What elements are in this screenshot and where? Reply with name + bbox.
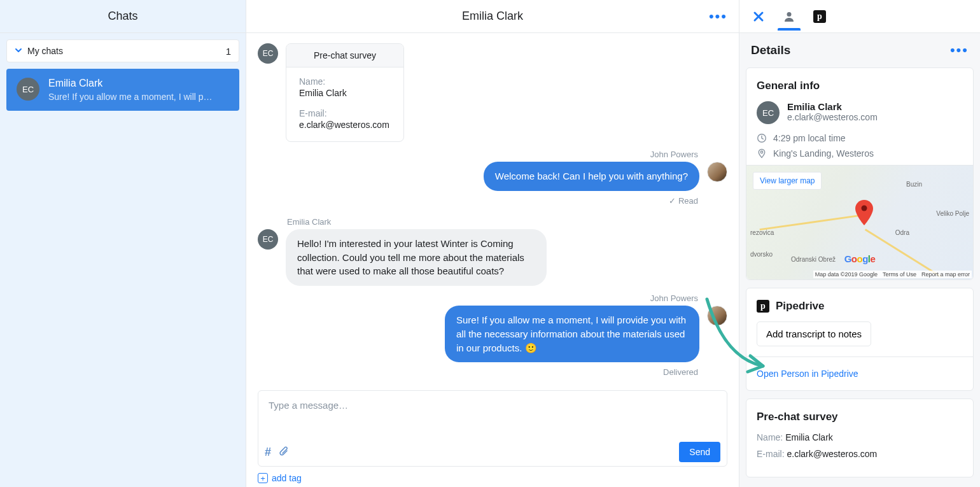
message-row-agent: Welcome back! Can I help you with anythi… [258,162,727,191]
chevron-down-icon [15,46,22,56]
check-icon: ✓ [669,196,676,206]
chat-list-item[interactable]: EC Emilia Clark Sure! If you allow me a … [6,69,239,111]
pipedrive-heading: Pipedrive [776,300,825,313]
message-sender-label: John Powers [258,150,727,162]
message-bubble: Sure! If you allow me a moment, I will p… [445,306,699,362]
clock-icon [757,133,767,143]
hash-icon[interactable]: # [265,446,271,459]
prechat-survey-heading: Pre-chat survey [757,411,963,423]
survey-email-label: E-mail: [757,449,785,459]
general-info-heading: General info [757,80,963,92]
location-value: King's Landing, Westeros [773,148,874,159]
survey-card-title: Pre-chat survey [286,44,403,67]
map[interactable]: View larger map Buzin Veliko Polje rezov… [746,165,973,279]
map-city-label: rezovica [750,229,774,236]
message-composer: # Send [258,390,727,467]
details-menu-icon[interactable]: ••• [950,42,969,59]
add-tag-label: add tag [272,473,302,483]
view-larger-map-link[interactable]: View larger map [753,172,822,190]
message-row-agent: Sure! If you allow me a moment, I will p… [258,306,727,362]
survey-email-label: E-mail: [299,108,391,118]
chats-title: Chats [108,10,137,23]
pipedrive-card: p Pipedrive Add transcript to notes Open… [746,288,974,391]
survey-email-value: e.clark@westeros.com [299,120,391,130]
contact-name: Emilia Clark [787,101,878,112]
close-icon[interactable] [748,3,769,31]
chat-item-name: Emilia Clark [48,78,214,89]
conversation-panel: Emilia Clark ••• EC Pre-chat survey Name… [246,0,739,487]
add-transcript-button[interactable]: Add transcript to notes [757,321,871,346]
map-city-label: Buzin [906,181,922,188]
message-row: EC Pre-chat survey Name: Emilia Clark E-… [258,43,727,142]
details-header: Details ••• [739,33,980,67]
message-input[interactable] [258,391,727,438]
agent-avatar [707,306,727,326]
location-row: King's Landing, Westeros [757,148,963,159]
survey-email-value: e.clark@westeros.com [787,449,877,459]
open-in-pipedrive-link[interactable]: Open Person in Pipedrive [757,369,858,379]
local-time-row: 4:29 pm local time [757,133,963,143]
prechat-survey-details-card: Pre-chat survey Name: Emilia Clark E-mai… [746,399,974,477]
message-sender-label: Emilia Clark [258,217,727,229]
details-tabs: p [739,0,980,33]
conversation-title: Emilia Clark [462,10,523,23]
map-pin-icon [855,200,873,225]
add-tag-button[interactable]: + add tag [246,469,739,487]
chats-filter-count: 1 [226,46,231,57]
map-city-label: Odra [895,229,909,236]
survey-name-value: Emilia Clark [299,88,391,98]
details-title: Details [751,43,790,57]
svg-point-3 [861,205,867,211]
agent-avatar [707,162,727,182]
survey-name-value: Emilia Clark [785,432,833,442]
chats-header: Chats [0,0,246,33]
send-button[interactable]: Send [679,442,720,462]
pipedrive-icon: p [757,300,769,313]
map-city-label: Veliko Polje [936,210,969,217]
chats-filter-label: My chats [27,46,221,56]
contact-avatar: EC [17,78,39,101]
map-city-label: Odranski Obrež [791,256,836,263]
local-time-value: 4:29 pm local time [773,133,846,143]
tab-person[interactable] [779,3,799,31]
tab-pipedrive[interactable]: p [809,3,830,31]
message-status: Delivered [258,367,727,377]
general-info-card: General info EC Emilia Clark e.clark@wes… [746,67,974,280]
chats-sidebar: Chats My chats 1 EC Emilia Clark Sure! I… [0,0,246,487]
contact-avatar: EC [258,229,278,250]
location-icon [757,148,767,159]
message-row-customer: EC Hello! I'm interested in your latest … [258,229,727,286]
svg-point-0 [787,12,792,17]
map-attribution: Map data ©2019 Google Terms of Use Repor… [813,271,972,278]
chat-item-preview: Sure! If you allow me a moment, I will p… [48,92,214,102]
conversation-header: Emilia Clark ••• [246,0,739,33]
map-city-label: dvorsko [750,251,773,258]
message-bubble: Hello! I'm interested in your latest Win… [286,229,547,286]
message-bubble: Welcome back! Can I help you with anythi… [484,162,699,191]
plus-icon: + [258,473,268,483]
attachment-icon[interactable] [279,446,289,459]
contact-avatar: EC [757,101,780,124]
conversation-menu-icon[interactable]: ••• [709,8,727,25]
contact-avatar: EC [258,43,278,64]
message-status: ✓Read [258,196,727,206]
details-panel: p Details ••• General info EC Emilia Cla… [739,0,980,487]
survey-name-label: Name: [757,432,783,442]
pipedrive-icon: p [813,10,826,23]
composer-area: # Send [246,390,739,469]
prechat-survey-card: Pre-chat survey Name: Emilia Clark E-mai… [286,43,404,142]
message-sender-label: John Powers [258,293,727,306]
survey-name-label: Name: [299,76,391,87]
messages-list: EC Pre-chat survey Name: Emilia Clark E-… [246,33,739,390]
svg-point-2 [760,151,762,153]
contact-email: e.clark@westeros.com [787,112,878,122]
chats-filter[interactable]: My chats 1 [6,39,239,62]
google-logo: Google [844,253,876,264]
